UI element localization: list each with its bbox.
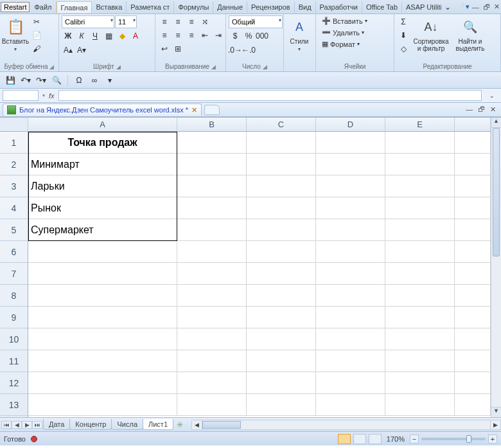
cell[interactable] [385,132,455,154]
restart-button[interactable]: Restart [1,2,30,12]
cell[interactable] [316,219,385,241]
document-tab[interactable]: Блог на Яндекс.Дзен Самоучитель excel wo… [3,103,202,116]
cell[interactable] [455,350,491,372]
cell[interactable] [177,197,247,219]
cell[interactable] [316,263,385,285]
cell[interactable] [28,307,177,328]
scroll-right-icon[interactable]: ▶ [490,420,500,429]
cell[interactable] [455,197,491,219]
fill-color-button[interactable]: ◆ [116,30,128,42]
cell[interactable] [247,197,316,219]
ribbon-tab-главная[interactable]: Главная [57,1,92,13]
cell[interactable] [455,241,491,263]
wrap-text-button[interactable]: ↩ [158,42,171,55]
column-header[interactable]: E [385,118,455,131]
cell[interactable] [177,219,247,241]
row-header[interactable]: 12 [0,372,28,394]
expand-formula-bar-icon[interactable]: ⌄ [486,89,498,102]
ribbon-tab-формулы[interactable]: Формулы [174,1,213,13]
cell[interactable] [177,328,247,350]
cell[interactable] [455,307,491,328]
cell[interactable] [385,263,455,285]
row-header[interactable]: 3 [0,175,28,197]
mdi-close-icon[interactable]: ✕ [489,105,497,114]
clipboard-dialog-launcher[interactable]: ◢ [49,64,54,70]
cell[interactable] [247,132,316,154]
italic-button[interactable]: К [75,30,88,42]
cell[interactable] [385,154,455,175]
zoom-level[interactable]: 170% [387,435,405,443]
sheet-nav-first-icon[interactable]: ⏮ [1,421,12,429]
ribbon-tab-файл[interactable]: Файл [30,1,56,13]
format-cells-button[interactable]: ▦Формат▾ [319,39,371,49]
alignment-dialog-launcher[interactable]: ◢ [211,64,216,70]
cell[interactable] [455,372,491,394]
fx-button[interactable]: fx [49,92,55,100]
vertical-scrollbar[interactable]: ▲ ▼ [491,118,501,417]
cell[interactable] [316,154,385,175]
align-top-button[interactable]: ≡ [158,15,171,28]
cell[interactable] [247,372,316,394]
cell[interactable] [455,132,491,154]
align-left-button[interactable]: ≡ [158,29,171,42]
cell[interactable] [455,285,491,307]
cell[interactable] [316,328,385,350]
row-header[interactable]: 1 [0,132,28,154]
scroll-down-icon[interactable]: ▼ [491,407,501,417]
zoom-out-button[interactable]: − [410,435,419,444]
zoom-slider[interactable] [421,438,486,440]
cell[interactable] [455,263,491,285]
underline-button[interactable]: Ч [89,30,101,42]
row-header[interactable]: 2 [0,154,28,175]
new-document-tab[interactable] [204,105,220,115]
cell[interactable] [247,219,316,241]
name-box[interactable] [3,90,39,101]
row-header[interactable]: 13 [0,394,28,416]
ribbon-tab-рецензиров[interactable]: Рецензиров [247,1,295,13]
styles-button[interactable]: A Стили ▾ [286,15,312,54]
delete-cells-button[interactable]: ➖Удалить▾ [319,27,371,38]
column-header[interactable] [455,118,491,131]
sheet-nav-prev-icon[interactable]: ◀ [12,421,22,429]
page-break-view-button[interactable] [369,434,382,444]
h-scroll-thumb[interactable] [202,421,241,429]
column-header[interactable]: A [28,118,177,131]
zoom-in-button[interactable]: + [488,435,497,444]
cell[interactable] [316,241,385,263]
cell[interactable] [316,372,385,394]
save-icon[interactable]: 💾 [4,74,17,87]
find-select-button[interactable]: 🔍 Найти и выделить [452,15,488,54]
cell[interactable] [385,241,455,263]
column-header[interactable]: C [247,118,316,131]
redo-icon[interactable]: ↷▾ [35,74,48,87]
cell[interactable] [385,197,455,219]
sheet-tab[interactable]: Дата [43,419,70,430]
cell[interactable] [385,285,455,307]
page-layout-view-button[interactable] [353,434,366,444]
cell[interactable] [177,241,247,263]
cell[interactable] [385,307,455,328]
align-middle-button[interactable]: ≡ [171,15,184,28]
qat-customize-icon[interactable]: ▾ [103,74,116,87]
merge-button[interactable]: ⊞ [171,42,184,55]
cut-icon[interactable]: ✂ [30,15,43,28]
cell[interactable] [455,394,491,416]
row-header[interactable]: 9 [0,307,28,328]
decrease-decimal-button[interactable]: ←.0 [242,44,255,57]
row-header[interactable]: 11 [0,350,28,372]
cell[interactable]: Минимарт [28,154,177,175]
cell[interactable] [247,285,316,307]
cell[interactable] [455,154,491,175]
scroll-up-icon[interactable]: ▲ [491,118,501,128]
ribbon-tab-разработчи[interactable]: Разработчи [316,1,362,13]
cell[interactable] [385,394,455,416]
sheet-nav-next-icon[interactable]: ▶ [22,421,32,429]
formula-input[interactable] [58,90,482,101]
border-button[interactable]: ▦ [102,30,115,42]
cell[interactable] [177,307,247,328]
orientation-button[interactable]: ⤭ [198,15,211,28]
cell[interactable] [316,285,385,307]
ribbon-tab-asap utilitie[interactable]: ASAP Utilitie [402,1,441,13]
undo-icon[interactable]: ↶▾ [19,74,32,87]
mdi-restore-icon[interactable]: 🗗 [477,105,486,114]
